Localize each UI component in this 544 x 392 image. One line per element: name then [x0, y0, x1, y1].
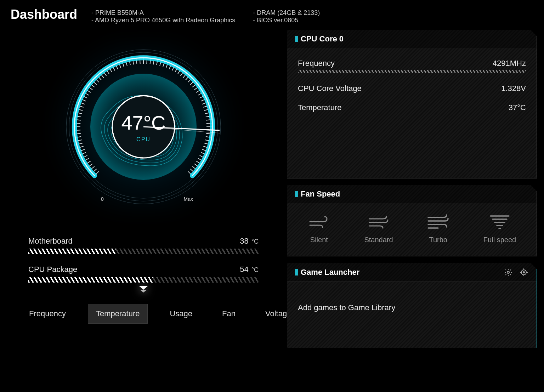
cpu-voltage-label: CPU Core Voltage — [298, 84, 362, 93]
temp-unit: °C — [251, 266, 259, 274]
sysinfo-cpu: AMD Ryzen 5 PRO 4650G with Radeon Graphi… — [91, 17, 235, 24]
target-icon[interactable] — [519, 267, 529, 277]
system-info: PRIME B550M-A AMD Ryzen 5 PRO 4650G with… — [91, 7, 320, 24]
fan-panel-title: Fan Speed — [295, 189, 340, 199]
fan-mode-standard[interactable]: Standard — [364, 214, 393, 244]
cpu-temp-value: 37°C — [509, 103, 526, 112]
temp-value: 54 — [240, 265, 248, 274]
temperature-gauge: 47°C CPU 0 Max — [7, 28, 280, 226]
temp-value: 38 — [240, 237, 248, 246]
temp-label: CPU Package — [28, 265, 77, 274]
temp-label: Motherboard — [28, 237, 73, 246]
svg-point-107 — [523, 272, 525, 273]
fan-speed-panel: Fan Speed Silent Standard — [287, 185, 537, 256]
fan-mode-full-speed[interactable]: Full speed — [483, 214, 516, 244]
tornado-icon — [488, 214, 511, 229]
cpu-panel-title: CPU Core 0 — [295, 34, 344, 44]
tab-fan[interactable]: Fan — [214, 304, 243, 323]
sysinfo-dram: DRAM (24GB & 2133) — [253, 9, 320, 17]
temp-row-motherboard: Motherboard 38 °C — [28, 237, 259, 254]
tab-temperature[interactable]: Temperature — [88, 304, 148, 324]
wind-icon — [308, 214, 330, 229]
fan-mode-silent[interactable]: Silent — [308, 214, 330, 244]
sysinfo-bios: BIOS ver.0805 — [253, 17, 320, 24]
tab-frequency[interactable]: Frequency — [21, 304, 74, 323]
tab-usage[interactable]: Usage — [162, 304, 200, 323]
svg-marker-99 — [140, 290, 147, 292]
cpu-temp-label: Temperature — [298, 103, 342, 112]
page-title: Dashboard — [11, 7, 77, 22]
metric-tabs: Frequency Temperature Usage Fan Voltage — [7, 297, 280, 331]
chevron-down-icon[interactable] — [136, 283, 151, 297]
game-launcher-panel: Game Launcher — [287, 263, 537, 348]
svg-marker-98 — [139, 286, 148, 290]
temp-row-cpu-package: CPU Package 54 °C — [28, 265, 259, 283]
wind-icon — [427, 214, 449, 229]
fan-mode-label: Silent — [310, 236, 328, 244]
gauge-min-label: 0 — [101, 196, 104, 202]
progress-bar — [298, 70, 526, 73]
cpu-core-panel: CPU Core 0 Frequency 4291MHz CPU Core Vo… — [287, 30, 537, 178]
gauge-max-label: Max — [184, 196, 193, 202]
fan-mode-label: Full speed — [483, 236, 516, 244]
gauge-value: 47°C — [121, 111, 165, 134]
fan-mode-turbo[interactable]: Turbo — [427, 214, 449, 244]
wind-icon — [367, 214, 390, 229]
game-launcher-body[interactable]: Add games to Game Library — [287, 282, 537, 348]
game-panel-title: Game Launcher — [295, 268, 359, 277]
cpu-voltage-value: 1.328V — [501, 84, 526, 93]
fan-mode-label: Turbo — [429, 236, 447, 244]
cpu-freq-value: 4291MHz — [493, 59, 526, 68]
fan-mode-label: Standard — [364, 236, 393, 244]
temp-unit: °C — [251, 238, 259, 245]
cpu-freq-label: Frequency — [298, 59, 335, 68]
svg-point-105 — [507, 271, 509, 273]
gear-icon[interactable] — [503, 267, 513, 277]
header: Dashboard PRIME B550M-A AMD Ryzen 5 PRO … — [0, 0, 544, 28]
gauge-label: CPU — [121, 136, 165, 143]
sysinfo-motherboard: PRIME B550M-A — [91, 9, 235, 17]
